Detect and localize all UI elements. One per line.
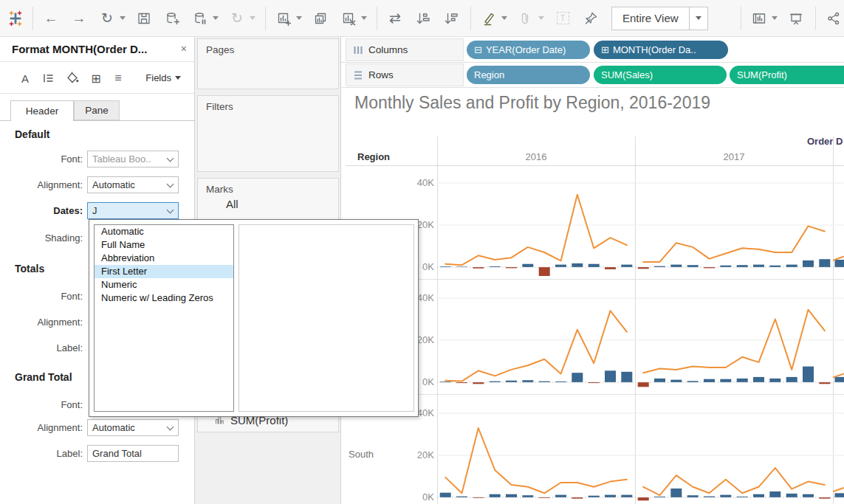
totals-font-label: Font: xyxy=(3,288,83,305)
chart-panel-central-2016[interactable] xyxy=(437,164,635,281)
chart-panel-south-partial[interactable] xyxy=(833,394,844,504)
divider xyxy=(0,93,195,94)
new-worksheet-caret-icon[interactable] xyxy=(295,7,303,30)
tableau-logo-icon xyxy=(7,10,24,27)
columns-shelf[interactable]: Columns ⊟YEAR(Order Date)⊞MONTH(Order Da… xyxy=(341,38,844,63)
swap-rows-columns-icon[interactable]: ⇄ xyxy=(385,7,405,30)
chevron-down-icon xyxy=(167,181,174,188)
dropdown-option-automatic[interactable]: Automatic xyxy=(95,225,233,238)
fields-dropdown[interactable]: Fields xyxy=(145,72,181,83)
lines-icon[interactable]: ≡ xyxy=(109,69,127,87)
dropdown-option-full-name[interactable]: Full Name xyxy=(95,238,233,252)
marks-label: Marks xyxy=(206,184,233,195)
caret-down-icon xyxy=(175,76,181,80)
toolbar-divider xyxy=(470,7,471,30)
sort-ascending-icon[interactable] xyxy=(413,7,433,30)
show-cards-icon[interactable] xyxy=(749,7,769,30)
column-field-header: Order D xyxy=(807,136,843,147)
highlight-icon[interactable] xyxy=(478,7,499,30)
font-icon[interactable]: A xyxy=(16,69,34,87)
tab-pane[interactable]: Pane xyxy=(74,100,120,120)
clear-sheet-icon[interactable] xyxy=(338,7,359,30)
rows-shelf[interactable]: Rows RegionSUM(Sales)SUM(Profit) xyxy=(341,63,844,88)
save-icon[interactable] xyxy=(134,7,154,30)
chart-panel-east-partial[interactable] xyxy=(833,279,844,396)
y-axis-tick: 20K xyxy=(384,449,434,460)
year-header-2016[interactable]: 2016 xyxy=(437,151,635,162)
run-update-icon[interactable]: ↻ xyxy=(227,7,247,30)
dates-select[interactable]: J xyxy=(87,202,179,219)
section-heading-totals: Totals xyxy=(15,263,44,275)
pages-shelf[interactable]: Pages xyxy=(197,38,339,89)
share-icon[interactable] xyxy=(823,7,844,30)
paperclip-caret-icon[interactable] xyxy=(538,7,545,30)
chart-panel-central-partial[interactable] xyxy=(833,164,844,281)
section-heading-default: Default xyxy=(15,128,49,140)
pill-month-order-da-[interactable]: ⊞MONTH(Order Da.. xyxy=(594,41,728,59)
tableau-window: ←→↻↻⇄TEntire View Format MONTH(Order D..… xyxy=(0,0,844,504)
dates-dropdown-popup: AutomaticFull NameAbbreviationFirst Lett… xyxy=(89,219,419,417)
dropdown-option-numeric[interactable]: Numeric xyxy=(95,278,233,291)
grand-total-alignment-select[interactable]: Automatic xyxy=(87,419,179,436)
clear-sheet-caret-icon[interactable] xyxy=(360,7,368,30)
back-icon[interactable]: ← xyxy=(41,7,61,30)
alignment-select[interactable]: Automatic xyxy=(87,176,179,193)
row-field-header[interactable]: Region xyxy=(357,151,390,162)
dates-dropdown-preview xyxy=(239,224,414,412)
pause-auto-updates-caret-icon[interactable] xyxy=(212,7,219,30)
show-cards-caret-icon[interactable] xyxy=(771,7,778,30)
sort-descending-icon[interactable] xyxy=(441,7,462,30)
undo-icon[interactable]: ↻ xyxy=(97,7,117,30)
pin-icon[interactable] xyxy=(580,7,601,30)
toolbar-divider xyxy=(815,7,816,30)
chart-panel-east-2017[interactable] xyxy=(635,279,833,396)
grand-total-font-label: Font: xyxy=(3,396,83,413)
chart-panel-central-2017[interactable] xyxy=(635,164,833,281)
chart-panel-south-2017[interactable] xyxy=(635,394,833,504)
new-worksheet-icon[interactable] xyxy=(273,7,294,30)
borders-icon[interactable]: ⊞ xyxy=(87,69,105,87)
dropdown-option-numeric-w-leading-zeros[interactable]: Numeric w/ Leading Zeros xyxy=(95,291,233,305)
highlight-caret-icon[interactable] xyxy=(501,7,508,30)
chart-panel-south-2016[interactable] xyxy=(437,394,635,504)
presentation-mode-icon[interactable] xyxy=(786,7,806,30)
pill-region[interactable]: Region xyxy=(467,66,590,84)
chevron-down-icon xyxy=(167,155,174,162)
font-label: Font: xyxy=(3,151,83,168)
year-header-2017[interactable]: 2017 xyxy=(635,151,833,162)
pause-auto-updates-icon[interactable] xyxy=(190,7,210,30)
pill-year-order-date-[interactable]: ⊟YEAR(Order Date) xyxy=(467,41,590,59)
shading-icon[interactable] xyxy=(64,69,81,87)
run-update-caret-icon[interactable] xyxy=(249,7,256,30)
toolbar-divider xyxy=(377,7,377,30)
caret-down-icon[interactable] xyxy=(689,7,707,30)
undo-caret-icon[interactable] xyxy=(119,7,126,30)
pill-sum-profit-[interactable]: SUM(Profit) xyxy=(730,66,844,84)
alignment-icon[interactable] xyxy=(40,69,58,87)
filters-shelf[interactable]: Filters xyxy=(197,95,339,172)
columns-shelf-title: Columns xyxy=(368,44,408,55)
rows-icon xyxy=(352,69,364,81)
dropdown-option-abbreviation[interactable]: Abbreviation xyxy=(95,252,233,265)
section-heading-grand-total: Grand Total xyxy=(15,371,72,383)
font-select[interactable]: Tableau Boo.. xyxy=(87,151,179,168)
filters-label: Filters xyxy=(206,101,233,112)
new-data-source-icon[interactable] xyxy=(162,7,182,30)
marks-tab-all[interactable]: All xyxy=(226,198,239,210)
fit-selector[interactable]: Entire View xyxy=(611,7,708,30)
chart-panel-east-2016[interactable] xyxy=(437,279,635,396)
pill-sum-sales-[interactable]: SUM(Sales) xyxy=(594,66,727,84)
plus-box-icon: ⊞ xyxy=(601,44,609,55)
grand-total-alignment-label: Alignment: xyxy=(3,419,83,436)
grand-total-label-input[interactable]: Grand Total xyxy=(87,445,179,462)
y-axis-tick: 40K xyxy=(384,177,434,188)
duplicate-sheet-icon[interactable] xyxy=(310,7,331,30)
columns-shelf-label-cell: Columns xyxy=(346,38,464,61)
close-icon[interactable]: × xyxy=(181,43,187,55)
text-label-icon[interactable]: T xyxy=(552,7,573,30)
forward-icon[interactable]: → xyxy=(69,7,89,30)
paperclip-icon[interactable] xyxy=(515,7,536,30)
format-panel-title: Format MONTH(Order D... xyxy=(12,43,147,55)
tab-header[interactable]: Header xyxy=(10,100,74,121)
dropdown-option-first-letter[interactable]: First Letter xyxy=(95,265,233,278)
